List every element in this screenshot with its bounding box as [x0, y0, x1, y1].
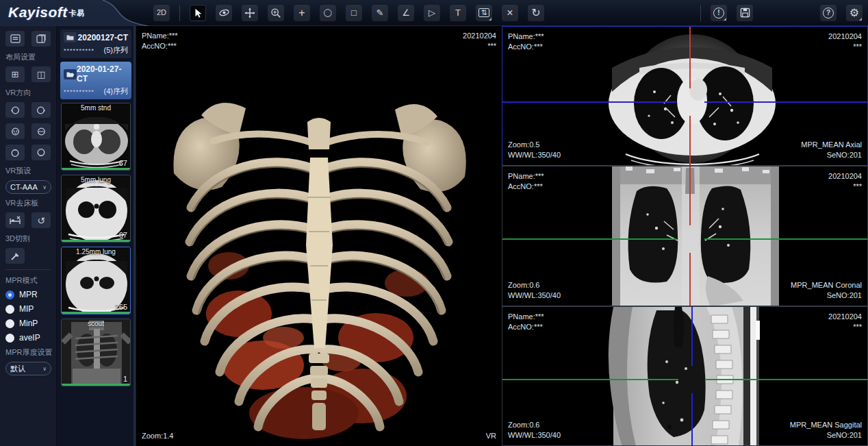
radio-icon	[5, 334, 14, 343]
reset-view-button[interactable]: ↻	[528, 5, 544, 21]
help-glyph: ?	[826, 9, 830, 16]
measure-length-button[interactable]: ✎	[372, 5, 388, 21]
scalpel-cut-button[interactable]	[5, 248, 25, 264]
2d-mode-button[interactable]: 2D	[153, 5, 170, 21]
axial-crosshair-vertical-top[interactable]	[689, 27, 691, 88]
vr-view-bottom-button[interactable]	[31, 145, 51, 160]
rectangle-roi-button[interactable]: □	[346, 5, 362, 21]
study-series-count: (4)序列	[104, 86, 128, 97]
coronal-crosshair-vertical-top[interactable]	[689, 166, 691, 225]
sagittal-crosshair-vertical-bottom[interactable]	[691, 393, 693, 446]
series-thumbnail-1-25mm-lung[interactable]: 1.25mm lung 265	[61, 247, 131, 314]
text-tool-icon: T	[455, 8, 461, 17]
pointer-tool-button[interactable]	[190, 5, 206, 21]
axial-crosshair-horizontal-right[interactable]	[704, 101, 868, 103]
sagittal-crosshair-horizontal-left[interactable]	[502, 379, 678, 380]
thumbnail-label: scout	[62, 320, 130, 327]
layout-preset-2-button[interactable]	[31, 31, 51, 47]
split-layout-button[interactable]: ◫	[31, 66, 51, 82]
save-button[interactable]	[737, 5, 753, 21]
sagittal-crosshair-horizontal-right[interactable]	[706, 379, 868, 380]
vr-remove-bed-label: VR去床板	[5, 198, 51, 208]
mpr-coronal-viewport[interactable]: PName:*** AccNO:*** 20210204 *** Zoom:0.…	[502, 166, 868, 306]
series-thumbnail-5mm-lung[interactable]: 5mm lung 67	[61, 175, 131, 243]
mpr-axial-viewport[interactable]: PName:*** AccNO:*** 20210204 *** Zoom:0.…	[502, 26, 868, 166]
cobb-angle-icon: ▷	[429, 8, 435, 17]
axial-crosshair-horizontal-left[interactable]	[502, 101, 676, 103]
radio-icon	[5, 305, 14, 314]
remove-bed-button[interactable]	[5, 212, 25, 228]
study-series-count: (5)序列	[104, 45, 128, 55]
radio-label: MIP	[19, 304, 34, 314]
ellipse-icon: ◯	[324, 9, 332, 16]
coronal-crosshair-horizontal-left[interactable]	[502, 238, 676, 240]
rotate-3d-tool-button[interactable]	[216, 5, 232, 21]
radio-label: MPR	[19, 290, 38, 299]
study-title: 20200127-CT	[78, 33, 128, 42]
vr-neck-vertebra	[307, 118, 331, 149]
series-thumbnail-5mm-stnd[interactable]: 5mm stnd 67	[61, 103, 131, 171]
vr-preset-select[interactable]: CT-AAA ∨	[5, 180, 51, 194]
cobb-angle-button[interactable]: ▷	[424, 5, 440, 21]
head-front-icon	[10, 127, 21, 136]
bed-remove-icon	[10, 216, 21, 225]
angle-tool-button[interactable]: ∠	[398, 5, 414, 21]
vr-view-front-button[interactable]	[5, 123, 25, 139]
grid-buttons-row: ⊞ ◫	[5, 66, 51, 82]
vr-view-back-button[interactable]	[31, 123, 51, 139]
vr-direction-row-2	[5, 123, 51, 139]
pan-tool-button[interactable]	[242, 5, 258, 21]
top-toolbar: Kayisoft卡易 2D	[0, 0, 868, 26]
sagittal-crosshair-vertical-top[interactable]	[691, 307, 693, 366]
ellipse-roi-button[interactable]: ◯	[320, 5, 336, 21]
settings-button[interactable]: ⚙	[846, 5, 863, 21]
mpr-mode-option-minp[interactable]: MinP	[5, 319, 51, 328]
save-floppy-icon	[740, 8, 750, 18]
mpr-mode-option-mpr[interactable]: MPR	[5, 290, 51, 299]
vr-direction-label: VR方向	[5, 88, 51, 98]
thumbnail-image-count: 67	[119, 159, 127, 167]
study-header: 2020-01-27-CT	[64, 64, 128, 84]
rectangle-icon: □	[351, 8, 357, 17]
study-item-2-selected[interactable]: 2020-01-27-CT ********** (4)序列	[60, 62, 131, 99]
series-scrollbar[interactable]	[133, 26, 136, 446]
vr-preset-label: VR预设	[5, 166, 51, 176]
vr-3d-viewport[interactable]: PName:*** AccNO:*** 20210204 *** Zoom:1.…	[136, 26, 502, 446]
mpr-thickness-select[interactable]: 默认 ∨	[5, 362, 51, 375]
coronal-crosshair-horizontal-right[interactable]	[704, 238, 868, 240]
gear-icon: ⚙	[850, 8, 859, 18]
study-item-1[interactable]: 20200127-CT ********** (5)序列	[60, 29, 131, 58]
mpr-sagittal-viewport[interactable]: PName:*** AccNO:*** 20210204 *** Zoom:0.…	[502, 306, 868, 446]
vr-view-top-button[interactable]	[5, 145, 25, 160]
crosshair-tool-button[interactable]: +	[294, 5, 310, 21]
radio-icon	[5, 319, 14, 328]
logo-text: Kayisoft	[8, 4, 68, 20]
thumbnail-label: 5mm lung	[62, 176, 130, 184]
window-level-button[interactable]: ⇅	[476, 5, 492, 21]
3d-cut-label: 3D切割	[5, 234, 51, 244]
dropdown-corner-marker	[859, 18, 862, 21]
grid-layout-button[interactable]: ⊞	[5, 66, 25, 82]
coronal-crosshair-vertical-bottom[interactable]	[689, 253, 691, 306]
mpr-mode-option-aveip[interactable]: aveIP	[5, 333, 51, 343]
layout-preset-1-button[interactable]	[5, 31, 25, 47]
study-masked-id: **********	[64, 88, 94, 95]
thumbnail-load-progress	[62, 384, 130, 386]
delete-x-icon: ×	[507, 8, 513, 18]
zoom-tool-button[interactable]	[268, 5, 284, 21]
logo-suffix-text: 卡易	[69, 9, 85, 17]
vr-view-right-button[interactable]	[31, 102, 51, 118]
report-button[interactable]: !	[711, 5, 727, 21]
axial-crosshair-vertical-bottom[interactable]	[689, 116, 691, 166]
thumbnail-label: 1.25mm lung	[62, 248, 130, 256]
vr-reset-button[interactable]: ↺	[31, 212, 51, 228]
sagittal-ct-image	[502, 307, 868, 446]
text-annotation-button[interactable]: T	[450, 5, 466, 21]
reset-circle-icon: ↺	[37, 215, 45, 226]
reset-rotate-icon: ↻	[531, 8, 540, 18]
delete-annotation-button[interactable]: ×	[502, 5, 518, 21]
series-thumbnail-scout[interactable]: scout 1	[61, 319, 131, 386]
help-button[interactable]: ?	[820, 5, 837, 21]
mpr-mode-option-mip[interactable]: MIP	[5, 304, 51, 314]
vr-view-left-button[interactable]	[5, 102, 25, 118]
